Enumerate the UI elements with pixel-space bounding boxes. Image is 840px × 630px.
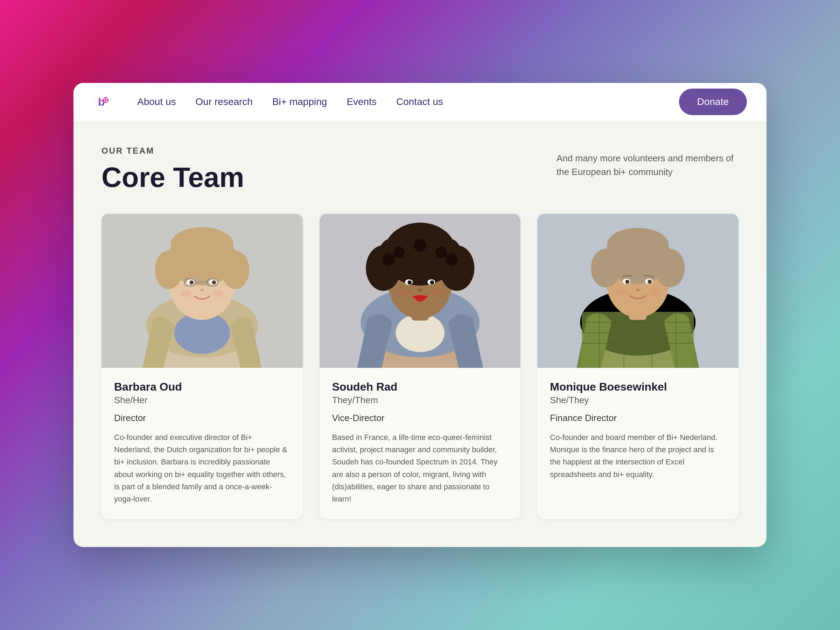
nav-links: About us Our research Bi+ mapping Events…: [137, 96, 662, 107]
svg-point-64: [607, 228, 669, 261]
main-content: OUR TEAM Core Team And many more volunte…: [74, 122, 766, 547]
section-label: OUR TEAM: [101, 146, 244, 156]
svg-point-70: [616, 289, 627, 296]
logo-icon: b: [93, 92, 112, 111]
svg-point-43: [430, 280, 434, 284]
nav-bi-mapping[interactable]: Bi+ mapping: [272, 96, 327, 107]
card-pronouns-soudeh: They/Them: [332, 395, 508, 406]
card-name-soudeh: Soudeh Rad: [332, 381, 508, 393]
svg-point-12: [221, 251, 249, 289]
card-role-barbara: Director: [114, 413, 290, 423]
team-card-monique: Monique Boesewinkel She/They Finance Dir…: [537, 214, 739, 519]
card-info-monique: Monique Boesewinkel She/They Finance Dir…: [537, 368, 739, 494]
svg-point-16: [189, 280, 194, 284]
svg-point-22: [180, 290, 191, 297]
card-role-monique: Finance Director: [550, 413, 726, 423]
svg-point-21: [200, 289, 204, 292]
svg-point-13: [171, 227, 234, 262]
card-bio-barbara: Co-founder and executive director of Bi+…: [114, 431, 290, 505]
donate-button[interactable]: Donate: [679, 88, 747, 115]
svg-point-46: [431, 289, 442, 296]
team-grid: Barbara Oud She/Her Director Co-founder …: [101, 214, 739, 519]
card-info-soudeh: Soudeh Rad They/Them Vice-Director Based…: [319, 368, 521, 519]
card-name-monique: Monique Boesewinkel: [550, 381, 726, 393]
svg-point-42: [407, 280, 412, 284]
svg-rect-51: [582, 312, 694, 368]
card-role-soudeh: Vice-Director: [332, 413, 508, 423]
card-pronouns-barbara: She/Her: [114, 395, 290, 406]
card-bio-monique: Co-founder and board member of Bi+ Neder…: [550, 431, 726, 480]
browser-window: b About us Our research Bi+ mapping Even…: [74, 83, 766, 547]
svg-point-44: [418, 288, 422, 292]
nav-about-us[interactable]: About us: [137, 96, 176, 107]
section-header: OUR TEAM Core Team And many more volunte…: [101, 146, 739, 193]
svg-point-69: [636, 288, 640, 291]
svg-point-67: [625, 279, 630, 284]
nav-our-research[interactable]: Our research: [196, 96, 253, 107]
photo-soudeh: [319, 214, 521, 368]
svg-point-11: [155, 251, 183, 289]
svg-point-68: [648, 279, 652, 284]
card-name-barbara: Barbara Oud: [114, 381, 290, 393]
svg-point-45: [398, 289, 409, 296]
svg-point-36: [393, 247, 404, 258]
nav-contact-us[interactable]: Contact us: [396, 96, 443, 107]
card-bio-soudeh: Based in France, a life-time eco-queer-f…: [332, 431, 508, 505]
svg-point-35: [382, 253, 395, 266]
svg-point-37: [414, 239, 426, 252]
photo-barbara: [101, 214, 303, 368]
nav-events[interactable]: Events: [346, 96, 377, 107]
card-pronouns-monique: She/They: [550, 395, 726, 406]
section-subtitle: And many more volunteers and members of …: [556, 152, 739, 179]
svg-point-23: [212, 290, 224, 297]
page-title: Core Team: [101, 162, 244, 193]
photo-monique: [537, 214, 739, 368]
svg-point-71: [649, 289, 660, 296]
navbar: b About us Our research Bi+ mapping Even…: [74, 83, 766, 122]
card-info-barbara: Barbara Oud She/Her Director Co-founder …: [101, 368, 303, 519]
team-card-barbara: Barbara Oud She/Her Director Co-founder …: [101, 214, 303, 519]
team-card-soudeh: Soudeh Rad They/Them Vice-Director Based…: [319, 214, 521, 519]
svg-point-17: [212, 280, 216, 284]
svg-point-39: [445, 253, 458, 266]
logo[interactable]: b: [93, 92, 112, 111]
section-title-group: OUR TEAM Core Team: [101, 146, 244, 193]
svg-point-38: [436, 247, 447, 258]
